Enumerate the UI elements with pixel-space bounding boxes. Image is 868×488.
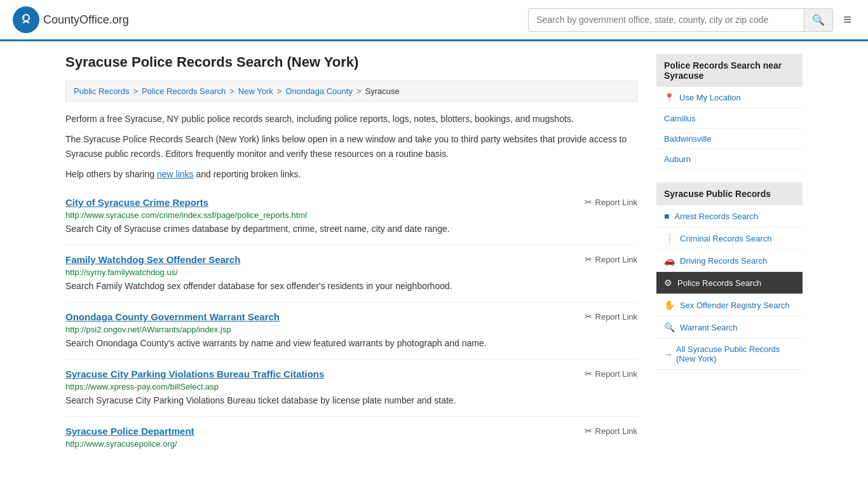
report-icon-4: ✂ (585, 369, 592, 379)
report-icon-2: ✂ (585, 254, 592, 264)
description-1: Perform a free Syracuse, NY public polic… (65, 112, 637, 126)
result-item-2: Family Watchdog Sex Offender Search ✂ Re… (65, 245, 637, 302)
header-right: 🔍 ≡ (528, 8, 855, 32)
results-list: City of Syracuse Crime Reports ✂ Report … (65, 188, 637, 460)
sidebar: Police Records Search near Syracuse 📍 Us… (656, 54, 803, 460)
sidebar-item-arrest-label: Arrest Records Search (674, 212, 758, 221)
result-title-2[interactable]: Family Watchdog Sex Offender Search (65, 254, 240, 265)
result-item-3: Onondaga County Government Warrant Searc… (65, 302, 637, 360)
description-2: The Syracuse Police Records Search (New … (65, 132, 637, 161)
sidebar-link-auburn[interactable]: Auburn (656, 149, 803, 170)
breadcrumb-onondaga-county[interactable]: Onondaga County (285, 86, 353, 96)
logo-area: CountyOffice.org (13, 6, 129, 33)
breadcrumb-syracuse: Syracuse (365, 86, 400, 96)
sidebar-link-camillus[interactable]: Camillus (656, 109, 803, 129)
sidebar-section-nearby: Police Records Search near Syracuse 📍 Us… (656, 54, 803, 170)
result-desc-1: Search City of Syracuse crimes database … (65, 222, 637, 236)
result-item-1: City of Syracuse Crime Reports ✂ Report … (65, 188, 637, 245)
report-link-2[interactable]: ✂ Report Link (585, 254, 637, 264)
sidebar-item-police-label: Police Records Search (677, 278, 761, 288)
warrant-search-icon: 🔍 (664, 322, 675, 332)
sidebar-section2-title: Syracuse Public Records (656, 182, 803, 205)
use-my-location-item[interactable]: 📍 Use My Location (656, 87, 803, 109)
search-bar: 🔍 (528, 8, 833, 32)
result-title-3[interactable]: Onondaga County Government Warrant Searc… (65, 311, 280, 322)
report-icon-5: ✂ (585, 426, 592, 436)
result-url-3[interactable]: http://psi2.ongov.net/AWarrants/app/inde… (65, 325, 637, 334)
svg-point-2 (22, 16, 25, 18)
result-desc-2: Search Family Watchdog sex offender data… (65, 280, 637, 293)
sidebar-item-criminal-records[interactable]: ❕ Criminal Records Search (656, 227, 803, 250)
report-icon-1: ✂ (585, 197, 592, 207)
report-link-5[interactable]: ✂ Report Link (585, 426, 637, 436)
content-area: Syracuse Police Records Search (New York… (65, 54, 637, 460)
result-desc-3: Search Onondaga County's active warrants… (65, 337, 637, 350)
sidebar-section1-title: Police Records Search near Syracuse (656, 54, 803, 87)
sidebar-item-arrest-records[interactable]: ■ Arrest Records Search (656, 205, 803, 227)
use-my-location-label: Use My Location (679, 93, 741, 102)
driving-records-icon: 🚗 (664, 255, 675, 266)
sidebar-item-police-records[interactable]: ⚙ Police Records Search (656, 272, 803, 294)
result-url-1[interactable]: http://www.syracuse.com/crime/index.ssf/… (65, 210, 637, 220)
result-title-5[interactable]: Syracuse Police Department (65, 426, 194, 437)
sex-offender-icon: ✋ (664, 300, 675, 310)
sidebar-link-baldwinsville[interactable]: Baldwinsville (656, 129, 803, 149)
result-title-4[interactable]: Syracuse City Parking Violations Bureau … (65, 369, 324, 379)
search-input[interactable] (529, 10, 804, 30)
report-link-1[interactable]: ✂ Report Link (585, 197, 637, 207)
result-title-1[interactable]: City of Syracuse Crime Reports (65, 197, 208, 208)
sidebar-item-warrant-search[interactable]: 🔍 Warrant Search (656, 316, 803, 339)
sidebar-item-sex-offender[interactable]: ✋ Sex Offender Registry Search (656, 294, 803, 316)
header: CountyOffice.org 🔍 ≡ (0, 0, 868, 41)
police-records-icon: ⚙ (664, 278, 672, 288)
result-url-2[interactable]: http://syrny.familywatchdog.us/ (65, 268, 637, 277)
breadcrumb-new-york[interactable]: New York (238, 86, 273, 96)
new-links-link[interactable]: new links (157, 169, 194, 179)
arrow-right-icon: → (664, 349, 672, 359)
criminal-records-icon: ❕ (664, 233, 675, 243)
report-link-3[interactable]: ✂ Report Link (585, 311, 637, 322)
sidebar-item-driving-label: Driving Records Search (680, 256, 767, 266)
logo-icon (13, 6, 39, 33)
main-container: Syracuse Police Records Search (New York… (53, 41, 815, 473)
result-url-5[interactable]: http://www.syracusepolice.org/ (65, 439, 637, 449)
hamburger-button[interactable]: ≡ (839, 8, 855, 32)
result-url-4[interactable]: https://www.xpress-pay.com/billSelect.as… (65, 382, 637, 391)
result-item-5: Syracuse Police Department ✂ Report Link… (65, 417, 637, 460)
breadcrumb-public-records[interactable]: Public Records (74, 86, 129, 96)
logo-text: CountyOffice.org (43, 13, 129, 27)
result-desc-4: Search Syracuse City Parking Violations … (65, 394, 637, 407)
sidebar-item-warrant-label: Warrant Search (680, 323, 738, 332)
result-item-4: Syracuse City Parking Violations Bureau … (65, 360, 637, 417)
location-pin-icon: 📍 (664, 93, 674, 102)
breadcrumb-police-records-search[interactable]: Police Records Search (142, 86, 226, 96)
breadcrumb: Public Records > Police Records Search >… (65, 81, 637, 102)
sidebar-item-sex-offender-label: Sex Offender Registry Search (680, 301, 789, 310)
sidebar-item-criminal-label: Criminal Records Search (680, 234, 772, 243)
report-icon-3: ✂ (585, 311, 592, 322)
description-3: Help others by sharing new links and rep… (65, 167, 637, 181)
sidebar-item-driving-records[interactable]: 🚗 Driving Records Search (656, 250, 803, 272)
report-link-4[interactable]: ✂ Report Link (585, 369, 637, 379)
all-records-link[interactable]: → All Syracuse Public Records (New York) (656, 339, 803, 370)
arrest-records-icon: ■ (664, 211, 669, 221)
page-title: Syracuse Police Records Search (New York… (65, 54, 637, 71)
search-button[interactable]: 🔍 (804, 9, 832, 31)
sidebar-section-public-records: Syracuse Public Records ■ Arrest Records… (656, 182, 803, 370)
